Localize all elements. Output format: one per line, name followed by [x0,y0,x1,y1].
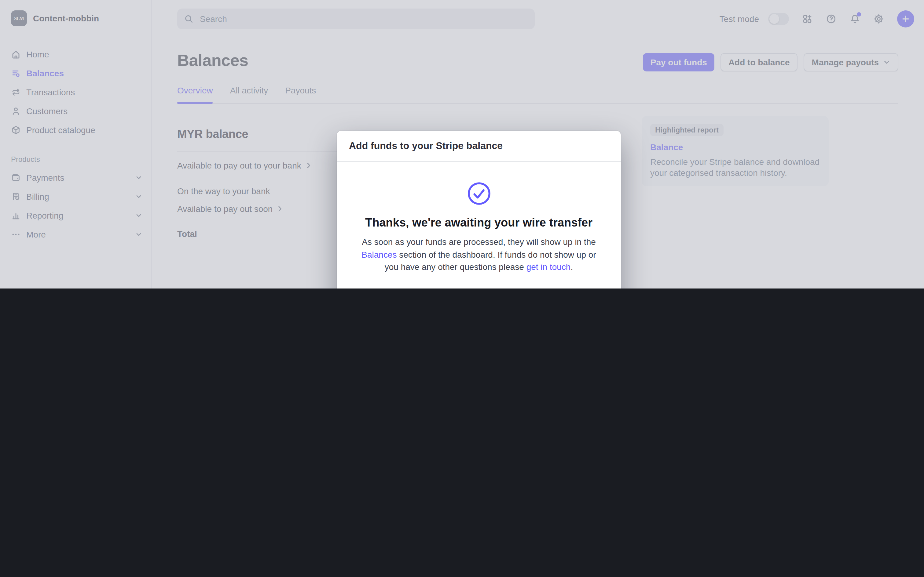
modal-body-text: As soon as your funds are processed, the… [360,236,597,274]
modal-heading: Thanks, we're awaiting your wire transfe… [360,216,597,230]
modal-title: Add funds to your Stripe balance [337,131,621,162]
success-check-icon [360,180,597,207]
add-funds-modal: Add funds to your Stripe balance Thanks,… [337,131,621,288]
modal-text-segment: . [570,262,573,272]
get-in-touch-link[interactable]: get in touch [527,262,571,272]
app-window: SLM Content-mobbin Home Balances Tran [0,0,924,288]
balances-link[interactable]: Balances [362,250,397,259]
modal-text-segment: As soon as your funds are processed, the… [362,237,596,247]
